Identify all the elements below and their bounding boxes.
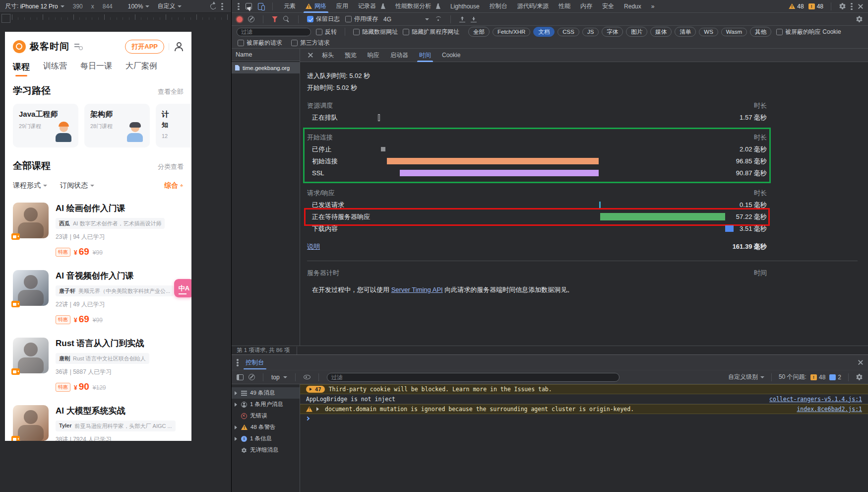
tab-memory[interactable]: 内存 xyxy=(575,0,597,13)
tab-network[interactable]: 网络 xyxy=(301,0,331,13)
tab-performance-insights[interactable]: 性能数据分析 xyxy=(390,0,445,13)
issues-info-badge[interactable]: 2 xyxy=(829,374,841,381)
detail-tab-preview[interactable]: 预览 xyxy=(340,49,362,62)
close-devtools-icon[interactable] xyxy=(857,3,863,9)
warnings-badge[interactable]: 48 xyxy=(789,3,804,10)
pill-img[interactable]: 图片 xyxy=(626,27,647,37)
pill-media[interactable]: 媒体 xyxy=(650,27,672,37)
console-prompt[interactable] xyxy=(300,414,868,423)
clear-console-icon[interactable] xyxy=(248,374,255,380)
tab-sources[interactable]: 源代码/来源 xyxy=(512,0,554,13)
tab-recorder[interactable]: 记录器 xyxy=(353,0,390,13)
course-title[interactable]: Rust 语言从入门到实战 xyxy=(56,338,184,349)
translate-fab[interactable]: 中A xyxy=(174,279,191,297)
console-message-applogbridge[interactable]: AppLogBridge is not inject collect-range… xyxy=(300,394,868,404)
pill-doc[interactable]: 文档 xyxy=(533,27,555,37)
hide-extension-urls-checkbox[interactable]: 隐藏扩展程序网址 xyxy=(403,28,459,36)
detail-tab-response[interactable]: 响应 xyxy=(363,49,384,62)
inspect-element-icon[interactable] xyxy=(246,3,252,9)
tab-elements[interactable]: 元素 xyxy=(279,0,301,13)
course-item[interactable]: AI 绘画创作入门课 西瓜AI 数字艺术创作者，艺术插画设计师 23讲 | 94… xyxy=(5,203,191,258)
expand-caret-icon[interactable] xyxy=(235,437,239,441)
export-har-icon[interactable] xyxy=(471,16,477,22)
sidebar-verbose[interactable]: 无详细消息 xyxy=(232,444,300,456)
filter-course-form[interactable]: 课程形式 xyxy=(13,181,47,190)
tab-application[interactable]: 应用 xyxy=(331,0,353,13)
import-har-icon[interactable] xyxy=(459,16,465,22)
drawer-tab-console[interactable]: 控制台 xyxy=(244,354,266,370)
name-column-header[interactable]: Name xyxy=(232,49,300,61)
expand-caret-icon[interactable] xyxy=(235,403,239,407)
record-network-log-icon[interactable] xyxy=(237,16,243,22)
course-title[interactable]: AI 绘画创作入门课 xyxy=(56,203,184,214)
close-detail-icon[interactable] xyxy=(307,52,313,58)
pill-font[interactable]: 字体 xyxy=(602,27,623,37)
course-item[interactable]: AI 音视频创作入门课 唐子轩美顺元界（中央美院数字科技产业公... 22讲 |… xyxy=(5,270,191,325)
tab-redux[interactable]: Redux xyxy=(619,0,646,13)
pill-all[interactable]: 全部 xyxy=(468,27,490,37)
disable-cache-checkbox[interactable]: 停用缓存 xyxy=(345,15,378,23)
tab-overflow-chevrons[interactable]: » xyxy=(646,0,660,13)
expand-caret-icon[interactable] xyxy=(316,407,321,411)
nav-tab-daily[interactable]: 每日一课 xyxy=(80,61,112,72)
nav-tab-cases[interactable]: 大厂案例 xyxy=(125,61,157,72)
invert-checkbox[interactable]: 反转 xyxy=(316,28,337,36)
sidebar-warnings[interactable]: 48 条警告 xyxy=(232,422,300,433)
open-app-button[interactable]: 打开APP xyxy=(125,40,164,54)
zoom-select[interactable]: 100% xyxy=(128,3,150,10)
source-link[interactable]: collect-rangers-v5.1.4.js:1 xyxy=(769,396,862,403)
filter-funnel-icon[interactable] xyxy=(272,16,278,22)
network-conditions-icon[interactable] xyxy=(434,16,442,22)
sidebar-errors[interactable]: 无错误 xyxy=(232,410,300,422)
detail-tab-headers[interactable]: 标头 xyxy=(317,49,339,62)
sort-toggle[interactable]: 综合 xyxy=(164,181,184,190)
device-toolbar-toggle-icon[interactable] xyxy=(258,3,263,10)
clear-network-log-icon[interactable] xyxy=(248,16,254,22)
user-account-icon[interactable] xyxy=(174,42,184,51)
pill-wasm[interactable]: Wasm xyxy=(721,28,747,36)
throttling-select[interactable]: 4G xyxy=(383,16,429,23)
pill-ws[interactable]: WS xyxy=(699,28,718,36)
close-drawer-icon[interactable] xyxy=(857,359,863,365)
hide-data-urls-checkbox[interactable]: 隐藏数据网址 xyxy=(353,28,398,36)
sidebar-user-messages[interactable]: 1 条用户消息 xyxy=(232,399,300,410)
blocked-response-cookies-checkbox[interactable]: 被屏蔽的响应 Cookie xyxy=(776,28,841,36)
more-options-icon[interactable] xyxy=(851,2,853,10)
server-timing-api-link[interactable]: Server Timing API xyxy=(391,286,443,293)
nav-tab-bootcamp[interactable]: 训练营 xyxy=(43,61,67,72)
issues-summary[interactable]: 50 个问题: xyxy=(779,373,806,381)
source-link[interactable]: index.8ce6bad2.js:1 xyxy=(797,406,862,413)
issues-warning-badge[interactable]: 48 xyxy=(810,374,825,381)
drawer-menu-icon[interactable] xyxy=(237,358,239,366)
nav-tab-courses[interactable]: 课程 xyxy=(13,61,30,72)
log-levels-select[interactable]: 自定义级别 xyxy=(728,373,764,381)
devtools-menu-icon[interactable] xyxy=(238,2,240,10)
console-settings-gear-icon[interactable] xyxy=(856,373,863,381)
expand-caret-icon[interactable] xyxy=(235,425,239,429)
request-row-selected[interactable]: time.geekbang.org xyxy=(232,62,300,73)
path-card-partial[interactable]: 计 知 12 xyxy=(156,104,191,147)
geektime-logo-icon[interactable] xyxy=(13,40,26,53)
detail-tab-initiator[interactable]: 启动器 xyxy=(385,49,413,62)
pill-css[interactable]: CSS xyxy=(558,28,579,36)
path-card-architect[interactable]: 架构师 28门课程 xyxy=(84,104,150,147)
path-card-java[interactable]: Java工程师 29门课程 xyxy=(13,104,78,147)
settings-gear-icon[interactable] xyxy=(839,2,846,10)
console-filter-input[interactable] xyxy=(327,373,620,382)
view-by-category-link[interactable]: 分类查看 xyxy=(158,162,184,171)
pill-js[interactable]: JS xyxy=(582,28,599,36)
sidebar-all-messages[interactable]: 49 条消息 xyxy=(232,387,300,399)
pill-fetch-xhr[interactable]: Fetch/XHR xyxy=(493,28,530,36)
execution-context-select[interactable]: top xyxy=(271,374,287,381)
viewport-width-input[interactable] xyxy=(69,3,86,10)
device-toolbar-menu-icon[interactable] xyxy=(221,2,223,10)
network-filter-input[interactable] xyxy=(237,28,311,36)
console-sidebar-toggle-icon[interactable] xyxy=(237,374,244,380)
preserve-log-checkbox[interactable]: 保留日志 xyxy=(307,15,340,23)
pill-manifest[interactable]: 清单 xyxy=(675,27,696,37)
sidebar-info[interactable]: 1 条信息 xyxy=(232,433,300,444)
throttle-mode-select[interactable]: 自定义 xyxy=(157,2,182,10)
third-party-requests-checkbox[interactable]: 第三方请求 xyxy=(291,39,330,47)
expand-caret-icon[interactable] xyxy=(235,391,239,395)
course-item[interactable]: Rust 语言从入门到实战 唐刚Rust 语言中文社区联合创始人 36讲 | 5… xyxy=(5,338,191,393)
